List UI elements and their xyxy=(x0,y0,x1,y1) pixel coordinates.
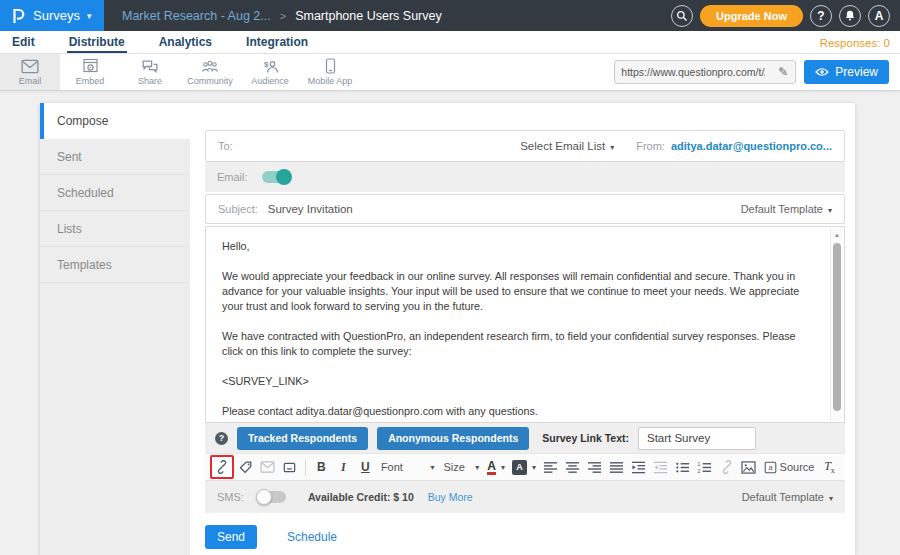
buy-more-link[interactable]: Buy More xyxy=(428,491,473,503)
chevron-down-icon: ▾ xyxy=(431,463,435,472)
to-row: To: Select Email List▾ From: aditya.data… xyxy=(205,130,845,162)
sms-label: SMS: xyxy=(217,491,244,503)
align-left-button[interactable] xyxy=(540,456,561,478)
email-template-dropdown[interactable]: Default Template▾ xyxy=(741,203,832,215)
method-mobile-app[interactable]: Mobile App xyxy=(300,54,360,90)
method-community[interactable]: Community xyxy=(180,54,240,90)
svg-text:a: a xyxy=(768,462,773,471)
method-label: Share xyxy=(138,76,162,86)
underline-button[interactable]: U xyxy=(355,456,376,478)
anonymous-respondents-button[interactable]: Anonymous Respondents xyxy=(377,427,529,450)
method-embed[interactable]: Embed xyxy=(60,54,120,90)
tab-analytics[interactable]: Analytics xyxy=(157,33,214,53)
bullet-list-icon xyxy=(675,460,690,475)
tab-edit[interactable]: Edit xyxy=(10,33,37,53)
numbered-list-button[interactable]: 12 xyxy=(694,456,715,478)
body-paragraph: <SURVEY_LINK> xyxy=(222,374,816,389)
from-email-link[interactable]: aditya.datar@questionpro.co... xyxy=(671,140,832,152)
chevron-down-icon: ▾ xyxy=(828,206,832,215)
editor-scrollbar[interactable]: ▲ xyxy=(830,228,843,421)
merge-tag-button[interactable] xyxy=(235,456,256,478)
insert-survey-link-button[interactable] xyxy=(210,455,234,479)
background-color-dropdown[interactable]: A ▾ xyxy=(509,460,539,475)
link-icon xyxy=(215,460,229,474)
toggle-knob xyxy=(276,169,292,185)
align-right-button[interactable] xyxy=(584,456,605,478)
share-icon xyxy=(141,59,159,74)
email-template-button[interactable] xyxy=(257,456,278,478)
font-dropdown[interactable]: Font ▾ xyxy=(377,461,439,473)
outdent-button[interactable] xyxy=(650,456,671,478)
breadcrumb-folder[interactable]: Market Research - Aug 2... xyxy=(122,9,271,23)
questionpro-logo xyxy=(10,7,26,25)
eye-icon xyxy=(815,67,829,77)
method-email[interactable]: Email xyxy=(0,54,60,90)
italic-button[interactable]: I xyxy=(333,456,354,478)
numbered-list-icon: 12 xyxy=(697,460,712,475)
email-icon xyxy=(21,59,39,74)
align-center-icon xyxy=(565,460,580,475)
email-toggle-row: Email: xyxy=(205,162,845,192)
toggle-knob xyxy=(256,489,272,505)
sidebar-item-lists[interactable]: Lists xyxy=(40,211,190,247)
tracked-respondents-button[interactable]: Tracked Respondents xyxy=(237,427,368,450)
subject-value[interactable]: Survey Invitation xyxy=(268,203,353,215)
bullet-list-button[interactable] xyxy=(672,456,693,478)
breadcrumb-separator: > xyxy=(280,10,286,22)
upgrade-now-button[interactable]: Upgrade Now xyxy=(700,5,803,27)
scrollbar-thumb[interactable] xyxy=(833,243,841,411)
method-label: Audience xyxy=(251,76,289,86)
button-widget-button[interactable] xyxy=(279,456,300,478)
remove-format-button[interactable]: Tx xyxy=(819,456,840,478)
to-label: To: xyxy=(218,140,233,152)
hyperlink-button[interactable] xyxy=(716,456,737,478)
account-avatar[interactable]: A xyxy=(868,5,890,27)
sidebar-item-scheduled[interactable]: Scheduled xyxy=(40,175,190,211)
sms-template-dropdown[interactable]: Default Template▾ xyxy=(742,491,833,503)
method-audience[interactable]: $ Audience xyxy=(240,54,300,90)
indent-button[interactable] xyxy=(628,456,649,478)
edit-url-icon[interactable]: ✎ xyxy=(771,65,795,79)
compose-form: To: Select Email List▾ From: aditya.data… xyxy=(205,103,845,555)
tab-distribute[interactable]: Distribute xyxy=(67,33,127,53)
method-share[interactable]: Share xyxy=(120,54,180,90)
survey-url-input[interactable] xyxy=(615,66,771,78)
chevron-down-icon: ▾ xyxy=(475,463,479,472)
align-justify-button[interactable] xyxy=(606,456,627,478)
text-color-dropdown[interactable]: A ▾ xyxy=(484,460,508,475)
align-justify-icon xyxy=(609,460,624,475)
indent-icon xyxy=(631,460,646,475)
responses-count[interactable]: Responses: 0 xyxy=(820,37,890,53)
bold-button[interactable]: B xyxy=(311,456,332,478)
community-icon xyxy=(201,59,219,74)
respondents-row: ? Tracked Respondents Anonymous Responde… xyxy=(205,423,845,453)
respondents-help-icon[interactable]: ? xyxy=(215,432,228,445)
search-icon xyxy=(676,10,688,22)
source-button[interactable]: a Source xyxy=(760,456,818,478)
email-toggle[interactable] xyxy=(262,171,290,183)
tab-integration[interactable]: Integration xyxy=(244,33,310,53)
chevron-down-icon: ▾ xyxy=(87,11,92,21)
preview-button[interactable]: Preview xyxy=(804,60,889,84)
subject-label: Subject: xyxy=(218,203,258,215)
schedule-link[interactable]: Schedule xyxy=(287,530,337,544)
notifications-button[interactable] xyxy=(839,5,861,27)
send-button[interactable]: Send xyxy=(205,525,257,549)
size-dropdown[interactable]: Size ▾ xyxy=(440,461,484,473)
insert-image-button[interactable] xyxy=(738,456,759,478)
surveys-menu[interactable]: Surveys ▾ xyxy=(0,0,104,31)
email-body-editor[interactable]: Hello, We would appreciate your feedback… xyxy=(205,226,845,423)
sidebar-item-compose[interactable]: Compose xyxy=(40,103,190,139)
scroll-up-arrow[interactable]: ▲ xyxy=(831,228,843,241)
sidebar-item-sent[interactable]: Sent xyxy=(40,139,190,175)
select-email-list-dropdown[interactable]: Select Email List▾ xyxy=(520,140,614,152)
survey-link-text-input[interactable] xyxy=(638,427,756,450)
sms-toggle[interactable] xyxy=(258,491,286,503)
sidebar-item-templates[interactable]: Templates xyxy=(40,247,190,283)
align-center-button[interactable] xyxy=(562,456,583,478)
help-button[interactable]: ? xyxy=(810,5,832,27)
body-paragraph: We have contracted with QuestionPro, an … xyxy=(222,329,816,359)
editor-toolbar: B I U Font ▾ Size ▾ A ▾ A ▾ xyxy=(205,453,845,481)
search-button[interactable] xyxy=(671,5,693,27)
available-credit: Available Credit: $ 10 xyxy=(308,491,414,503)
